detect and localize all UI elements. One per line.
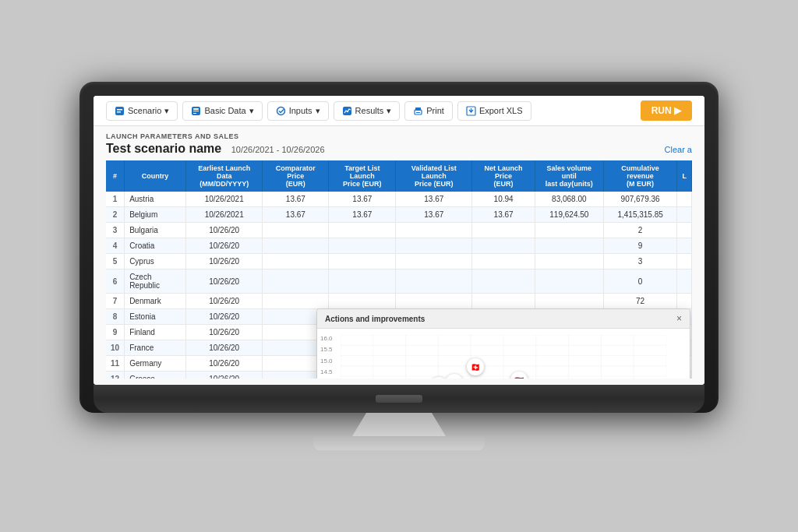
cell-num: 7: [106, 294, 125, 309]
svg-rect-11: [416, 112, 420, 113]
run-button[interactable]: RUN ▶: [641, 100, 692, 121]
cell-net: [472, 270, 535, 294]
export-button[interactable]: Export XLS: [457, 101, 531, 121]
date-range: 10/26/2021 - 10/26/2026: [231, 145, 325, 154]
cell-num: 1: [106, 192, 125, 207]
cell-num: 9: [106, 325, 125, 340]
col-header-comp: Comparator Price(EUR): [263, 160, 329, 192]
inputs-icon: [276, 106, 286, 116]
cell-num: 5: [106, 254, 125, 270]
cell-num: 4: [106, 238, 125, 254]
cell-comp: [263, 294, 329, 309]
table-row[interactable]: 6 Czech Republic 10/26/20 0: [106, 270, 692, 294]
cell-date: 10/26/20: [186, 270, 263, 294]
cell-revenue: 3: [603, 254, 677, 270]
cell-validated: [396, 238, 472, 254]
cell-num: 3: [106, 223, 125, 238]
cell-net: [472, 294, 535, 309]
monitor-button: [376, 395, 422, 403]
cell-country: Belgium: [125, 207, 186, 223]
basic-data-icon: [191, 106, 201, 116]
cell-sales: [535, 238, 603, 254]
print-label: Print: [426, 106, 444, 115]
print-icon: [413, 106, 423, 116]
monitor-base: [313, 436, 485, 450]
scenario-chevron: ▾: [164, 106, 169, 116]
col-header-validated: Validated List LaunchPrice (EUR): [396, 160, 472, 192]
chart-body: 16.015.515.014.514.013.513.012.512.011.5…: [317, 329, 690, 379]
table-row[interactable]: 3 Bulgaria 10/26/20 2: [106, 223, 692, 238]
inputs-button[interactable]: Inputs ▾: [267, 101, 329, 121]
scenario-button[interactable]: Scenario ▾: [106, 101, 178, 121]
cell-l: [677, 270, 692, 294]
print-button[interactable]: Print: [404, 101, 453, 121]
cell-sales: [535, 254, 603, 270]
cell-validated: 13.67: [396, 192, 472, 207]
cell-target: [329, 294, 396, 309]
cell-validated: [396, 294, 472, 309]
cell-date: 10/26/20: [186, 309, 263, 325]
results-label: Results: [355, 106, 384, 115]
cell-l: [677, 254, 692, 270]
cell-comp: [263, 270, 329, 294]
cell-sales: [535, 270, 603, 294]
table-row[interactable]: 7 Denmark 10/26/20 72: [106, 294, 692, 309]
y-axis-label: 16.0: [320, 335, 333, 342]
cell-target: 13.67: [329, 192, 396, 207]
export-label: Export XLS: [479, 106, 523, 115]
y-axis-label: 15.5: [320, 346, 333, 353]
basic-data-chevron: ▾: [249, 106, 254, 116]
col-header-l: L: [677, 160, 692, 192]
results-chevron: ▾: [387, 106, 391, 116]
table-row[interactable]: 4 Croatia 10/26/20 9: [106, 238, 692, 254]
cell-sales: 83,068.00: [535, 192, 603, 207]
cell-country: Denmark: [125, 294, 186, 309]
run-label: RUN ▶: [651, 105, 681, 116]
cell-net: [472, 238, 535, 254]
cell-revenue: 2: [603, 223, 677, 238]
cell-net: [472, 254, 535, 270]
cell-num: 12: [106, 372, 125, 379]
cell-net: [472, 223, 535, 238]
cell-revenue: 0: [603, 270, 677, 294]
scenario-label: Scenario: [128, 106, 161, 115]
chart-title: Actions and improvements: [325, 315, 425, 323]
table-row[interactable]: 2 Belgium 10/26/2021 13.67 13.67 13.67 1…: [106, 207, 692, 223]
cell-num: 2: [106, 207, 125, 223]
basic-data-button[interactable]: Basic Data ▾: [182, 101, 262, 121]
results-icon: [342, 106, 352, 116]
close-icon[interactable]: ×: [676, 314, 682, 323]
monitor-frame: Scenario ▾ Basic Data ▾ Inputs ▾: [79, 82, 719, 413]
cell-sales: [535, 223, 603, 238]
table-row[interactable]: 5 Cyprus 10/26/20 3: [106, 254, 692, 270]
cell-target: [329, 254, 396, 270]
svg-rect-5: [193, 111, 199, 111]
y-axis-label: 14.5: [320, 368, 333, 375]
cell-revenue: 72: [603, 294, 677, 309]
cell-date: 10/26/2021: [186, 207, 263, 223]
col-header-net: Net Launch Price(EUR): [472, 160, 535, 192]
cell-country: Austria: [125, 192, 186, 207]
clear-all-link[interactable]: Clear a: [665, 145, 692, 154]
cell-date: 10/26/20: [186, 372, 263, 379]
monitor-wrapper: Scenario ▾ Basic Data ▾ Inputs ▾: [79, 82, 719, 450]
cell-num: 11: [106, 356, 125, 372]
cell-date: 10/26/20: [186, 356, 263, 372]
cell-date: 10/26/20: [186, 340, 263, 356]
flag-switzerland[interactable]: 🇨🇭: [467, 358, 484, 375]
cell-comp: [263, 254, 329, 270]
screen: Scenario ▾ Basic Data ▾ Inputs ▾: [94, 96, 704, 385]
cell-revenue: 9: [603, 238, 677, 254]
svg-rect-2: [117, 111, 121, 113]
results-button[interactable]: Results ▾: [334, 101, 401, 121]
cell-l: [677, 238, 692, 254]
cell-comp: 13.67: [263, 192, 329, 207]
cell-comp: 13.67: [263, 207, 329, 223]
cell-comp: [263, 223, 329, 238]
section-label: LAUNCH PARAMETERS AND SALES: [106, 132, 692, 140]
table-row[interactable]: 1 Austria 10/26/2021 13.67 13.67 13.67 1…: [106, 192, 692, 207]
cell-country: Estonia: [125, 309, 186, 325]
col-header-num: #: [106, 160, 125, 192]
y-axis-labels: 16.015.515.014.514.013.513.012.512.011.5…: [320, 335, 333, 379]
cell-validated: [396, 254, 472, 270]
